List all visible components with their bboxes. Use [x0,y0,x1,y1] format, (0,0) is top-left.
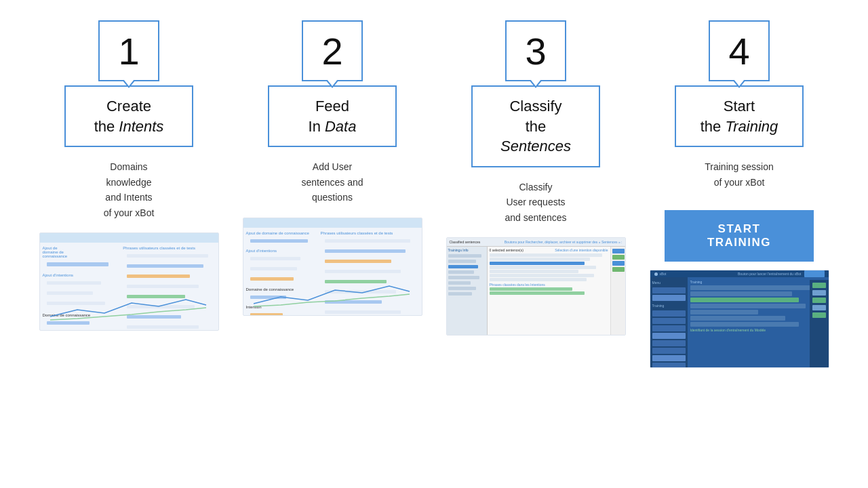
ss4-dot-1 [654,272,658,276]
main-container: 1 Createthe Intents Domains knowledge an… [0,0,868,368]
step-1-title: Createthe Intents [94,98,164,135]
ss4-main-area: Training Identifiant de la session d'ent… [688,277,829,368]
step-2-label-box: FeedIn Data [268,85,397,147]
ss4-sidebar: Menu Training [650,277,688,368]
step-2-number: 2 [321,29,342,73]
step-2-column: 2 FeedIn Data Add User sentences and que… [241,20,424,316]
step-2-number-badge: 2 [302,20,363,81]
step-4-label-box: Startthe Training [675,85,804,147]
step-3-title: ClassifytheSentences [500,98,571,155]
step-2-description: Add User sentences and questions [301,159,363,205]
start-training-button[interactable]: START TRAINING [665,210,814,262]
step-1-label-box: Createthe Intents [64,85,193,147]
step-1-number-badge: 1 [98,20,159,81]
ss4-header-bar: xBot Bouton pour lancer l'entraînement d… [650,270,829,277]
step-2-title: FeedIn Data [309,98,357,135]
step-4-column: 4 Startthe Training Training session of … [648,20,831,368]
step-4-screenshot: xBot Bouton pour lancer l'entraînement d… [650,270,829,368]
step-3-number: 3 [525,29,546,73]
step-1-number: 1 [118,29,139,73]
step-1-description: Domains knowledge and Intents of your xB… [104,159,155,220]
step-4-number: 4 [728,29,749,73]
step-4-description: Training session of your xBot [705,159,773,190]
step-3-description: Classify User requests and sentences [505,180,566,225]
step-1-column: 1 Createthe Intents Domains knowledge an… [37,20,220,331]
step-3-screenshot: Classified sentences Boutons pour Recher… [446,237,626,336]
step-4-title: Startthe Training [701,98,778,135]
step-3-number-badge: 3 [505,20,566,81]
step-4-number-badge: 4 [709,20,770,81]
step-3-column: 3 ClassifytheSentences Classify User req… [444,20,627,336]
step-1-screenshot: Ajout de domaine de connaissance Ajout d… [39,232,219,331]
step-3-label-box: ClassifytheSentences [471,85,600,167]
step-2-screenshot: Ajout de domaine de connaissance Ajout d… [243,218,422,316]
